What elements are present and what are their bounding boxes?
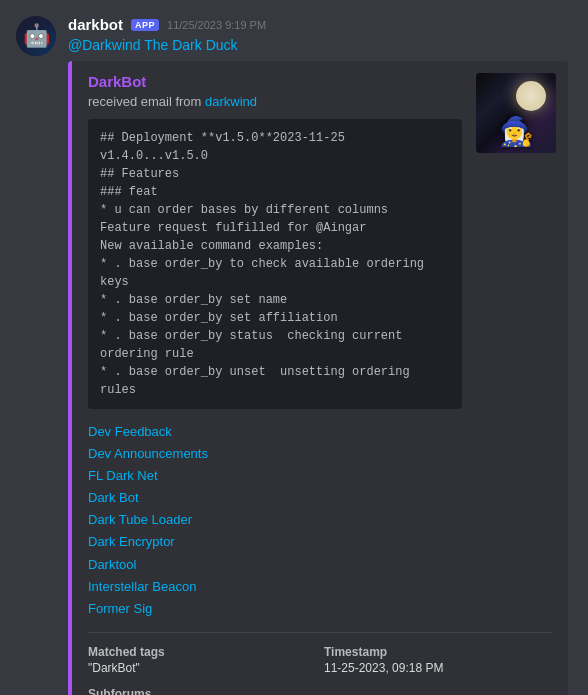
- thumbnail-moon: [516, 81, 546, 111]
- link-former-sig[interactable]: Former Sig: [88, 601, 152, 616]
- subtitle-prefix: received email from: [88, 94, 205, 109]
- link-dev-feedback[interactable]: Dev Feedback: [88, 424, 172, 439]
- link-dev-announcements[interactable]: Dev Announcements: [88, 446, 208, 461]
- link-interstellar-beacon[interactable]: Interstellar Beacon: [88, 579, 196, 594]
- link-darktool[interactable]: Darktool: [88, 557, 136, 572]
- message-container: 🤖 darkbot APP 11/25/2023 9:19 PM @Darkwi…: [0, 0, 588, 695]
- subtitle-link[interactable]: darkwind: [205, 94, 257, 109]
- thumbnail-art: 🧙‍♀️: [476, 73, 556, 153]
- subforums-label: Subforums: [88, 687, 552, 695]
- link-fl-dark-net[interactable]: FL Dark Net: [88, 468, 158, 483]
- message-header: darkbot APP 11/25/2023 9:19 PM: [68, 16, 572, 33]
- thumbnail-figure: 🧙‍♀️: [499, 115, 534, 148]
- footer-tags: Matched tags "DarkBot": [88, 645, 316, 675]
- embed-thumbnail: 🧙‍♀️: [476, 73, 556, 153]
- message-body: darkbot APP 11/25/2023 9:19 PM @Darkwind…: [68, 16, 572, 695]
- avatar-image: 🤖: [16, 16, 56, 56]
- tags-label: Matched tags: [88, 645, 316, 659]
- timestamp-value: 11-25-2023, 09:18 PM: [324, 661, 552, 675]
- message-timestamp: 11/25/2023 9:19 PM: [167, 19, 266, 31]
- code-block: ## Deployment **v1.5.0**2023-11-25 v1.4.…: [88, 119, 462, 409]
- link-dark-tube-loader[interactable]: Dark Tube Loader: [88, 512, 192, 527]
- link-dark-encryptor[interactable]: Dark Encryptor: [88, 534, 175, 549]
- footer-timestamp: Timestamp 11-25-2023, 09:18 PM: [324, 645, 552, 675]
- username: darkbot: [68, 16, 123, 33]
- mention-text: @Darkwind The Dark Duck: [68, 37, 572, 53]
- link-dark-bot[interactable]: Dark Bot: [88, 490, 139, 505]
- avatar: 🤖: [16, 16, 56, 56]
- timestamp-label: Timestamp: [324, 645, 552, 659]
- embed-card: 🧙‍♀️ DarkBot received email from darkwin…: [68, 61, 568, 695]
- footer-subforums: Subforums Discovery Development / Discov…: [88, 687, 552, 695]
- app-badge: APP: [131, 19, 159, 31]
- embed-footer: Matched tags "DarkBot" Timestamp 11-25-2…: [88, 632, 552, 695]
- tags-value: "DarkBot": [88, 661, 316, 675]
- links-section: Dev Feedback Dev Announcements FL Dark N…: [88, 421, 552, 620]
